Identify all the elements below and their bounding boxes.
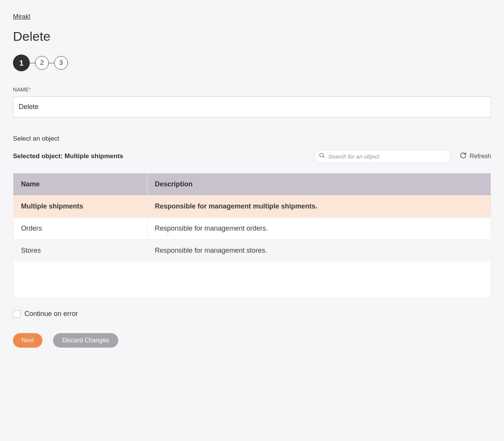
continue-on-error-row[interactable]: Continue on error <box>13 310 491 318</box>
step-connector <box>49 63 54 63</box>
continue-on-error-label: Continue on error <box>24 310 78 318</box>
table-header-description: Description <box>147 173 491 196</box>
refresh-icon <box>460 152 467 160</box>
search-icon <box>319 152 325 160</box>
breadcrumb-link[interactable]: Mirakl <box>13 13 30 20</box>
cell-description: Responsible for management multiple ship… <box>147 196 491 218</box>
table-row[interactable]: Multiple shipments Responsible for manag… <box>13 196 491 218</box>
page-title: Delete <box>13 29 491 44</box>
cell-description: Responsible for management orders. <box>147 218 491 240</box>
step-1[interactable]: 1 <box>13 55 30 71</box>
search-input[interactable] <box>328 153 446 160</box>
table-empty-space <box>13 261 491 298</box>
wizard-stepper: 1 2 3 <box>13 55 491 71</box>
table-header-name: Name <box>13 173 147 196</box>
svg-point-0 <box>320 153 323 157</box>
step-3[interactable]: 3 <box>54 56 68 70</box>
object-table: Name Description Multiple shipments Resp… <box>13 173 491 298</box>
name-field-label: NAME* <box>13 87 491 93</box>
select-object-label: Select an object <box>13 135 491 143</box>
table-row[interactable]: Stores Responsible for management stores… <box>13 240 491 262</box>
next-button[interactable]: Next <box>13 333 42 348</box>
svg-line-1 <box>323 156 324 158</box>
discard-changes-button[interactable]: Discard Changes <box>53 333 118 348</box>
cell-description: Responsible for management stores. <box>147 240 491 262</box>
cell-name: Multiple shipments <box>13 196 147 218</box>
cell-name: Stores <box>13 240 147 262</box>
selected-object-text: Selected object: Multiple shipments <box>13 152 123 160</box>
name-input[interactable] <box>13 96 491 117</box>
refresh-label: Refresh <box>470 153 491 160</box>
continue-on-error-checkbox[interactable] <box>13 310 21 318</box>
search-box[interactable] <box>314 149 451 163</box>
cell-name: Orders <box>13 218 147 240</box>
step-2[interactable]: 2 <box>35 56 49 70</box>
refresh-button[interactable]: Refresh <box>460 152 491 160</box>
table-row[interactable]: Orders Responsible for management orders… <box>13 218 491 240</box>
step-connector <box>30 63 35 63</box>
